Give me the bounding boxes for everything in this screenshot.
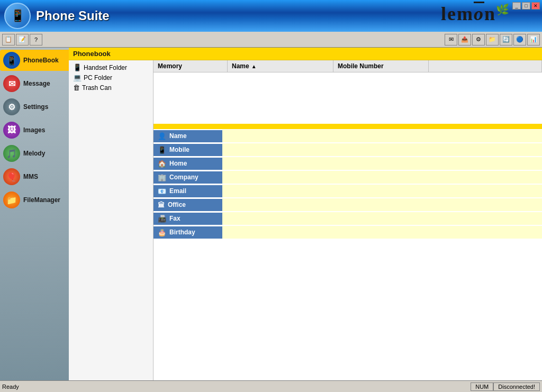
col-mobile: Mobile Number (333, 60, 429, 72)
tree-item-handset[interactable]: 📱 Handset Folder (71, 62, 151, 72)
birthday-label: Birthday (169, 229, 195, 236)
email-label: Email (169, 187, 186, 195)
trash-can-icon: 🗑 (73, 84, 80, 92)
sidebar-item-melody[interactable]: 🎵 Melody (0, 143, 69, 164)
settings-icon: ⚙ (3, 98, 20, 115)
filemanager-icon: 📁 (3, 192, 20, 208)
content-area: Phonebook 📱 Handset Folder 💻 PC Folder 🗑… (69, 48, 542, 380)
toolbar-mail-button[interactable]: ✉ (445, 34, 457, 45)
mms-icon: 🎈 (3, 168, 20, 185)
sidebar-item-images[interactable]: 🖼 Images (0, 120, 69, 141)
sidebar-item-message[interactable]: ✉ Message (0, 73, 69, 94)
melody-icon: 🎵 (3, 145, 20, 162)
table-header: Memory Name ▲ Mobile Number (153, 60, 542, 72)
name-detail-icon: 👤 (158, 132, 166, 140)
sidebar: 📱 PhoneBook ✉ Message ⚙ Settings 🖼 Image… (0, 48, 69, 380)
name-label: Name (169, 132, 187, 140)
toolbar-right: ✉ 📤 ⚙ 📁 🔄 🔵 📊 (445, 34, 540, 45)
toolbar-help-button[interactable]: ? (30, 34, 42, 45)
toolbar-sync-button[interactable]: 🔄 (500, 34, 512, 45)
toolbar-send-button[interactable]: 📤 (458, 34, 471, 45)
app-icon: 📱 (4, 3, 31, 29)
detail-value-email[interactable] (222, 185, 542, 197)
toolbar-copy-button[interactable]: 📋 (2, 34, 15, 45)
sidebar-item-filemanager[interactable]: 📁 FileManager (0, 189, 69, 211)
sidebar-item-phonebook[interactable]: 📱 PhoneBook (0, 50, 69, 71)
sidebar-item-mms[interactable]: 🎈 MMS (0, 166, 69, 187)
toolbar: 📋 📝 ? ✉ 📤 ⚙ 📁 🔄 🔵 📊 (0, 32, 542, 48)
memory-col-label: Memory (158, 62, 182, 70)
detail-value-home[interactable] (222, 157, 542, 170)
col-extra (429, 60, 542, 72)
birthday-detail-icon: 🎂 (158, 229, 166, 236)
company-label: Company (169, 174, 198, 181)
toolbar-settings-button[interactable]: ⚙ (472, 34, 485, 45)
window-controls[interactable]: _ □ ✕ (512, 2, 540, 10)
detail-label-birthday: 🎂 Birthday (153, 226, 222, 239)
detail-row-birthday: 🎂 Birthday (153, 226, 542, 239)
office-label: Office (168, 201, 186, 208)
pc-folder-icon: 💻 (73, 74, 82, 81)
mobile-label: Mobile (169, 146, 189, 153)
detail-label-company: 🏢 Company (153, 171, 222, 184)
detail-value-company[interactable] (222, 171, 542, 184)
detail-row-office: 🏛 Office (153, 198, 542, 211)
maximize-button[interactable]: □ (522, 2, 530, 10)
details-panel: 👤 Name 📱 Mobile 🏠 (153, 129, 542, 239)
detail-label-home: 🏠 Home (153, 158, 222, 170)
yellow-divider (153, 124, 542, 129)
toolbar-chart-button[interactable]: 📊 (527, 34, 540, 45)
name-col-label: Name (232, 62, 249, 70)
sidebar-item-settings[interactable]: ⚙ Settings (0, 96, 69, 117)
detail-value-fax[interactable] (222, 212, 542, 225)
detail-label-email: 📧 Email (153, 185, 222, 197)
app-logo: 📱 (4, 3, 31, 29)
top-table-area: Memory Name ▲ Mobile Number (153, 60, 542, 124)
tree-label-pc: PC Folder (84, 74, 112, 81)
sidebar-label-message: Message (23, 80, 50, 87)
phonebook-header: Phonebook (69, 48, 542, 60)
phonebook-icon: 📱 (3, 52, 20, 69)
detail-row-mobile: 📱 Mobile (153, 143, 542, 156)
office-detail-icon: 🏛 (158, 201, 165, 209)
mobile-col-label: Mobile Number (338, 62, 384, 70)
right-panel: Memory Name ▲ Mobile Number (153, 60, 542, 380)
status-disconnected: Disconnected! (493, 382, 540, 391)
tree-panel: 📱 Handset Folder 💻 PC Folder 🗑 Trash Can (69, 60, 153, 380)
toolbar-edit-button[interactable]: 📝 (16, 34, 29, 45)
title-bar: 📱 Phone Suite lemon🌿 _ □ ✕ (0, 0, 542, 32)
toolbar-folder-button[interactable]: 📁 (486, 34, 499, 45)
detail-value-mobile[interactable] (222, 143, 542, 156)
content-panels: 📱 Handset Folder 💻 PC Folder 🗑 Trash Can (69, 60, 542, 380)
tree-item-pc[interactable]: 💻 PC Folder (71, 72, 151, 83)
status-num: NUM (471, 382, 493, 391)
images-icon: 🖼 (3, 122, 20, 139)
fax-label: Fax (169, 215, 180, 222)
message-icon: ✉ (3, 75, 20, 92)
close-button[interactable]: ✕ (531, 2, 540, 10)
toolbar-network-button[interactable]: 🔵 (513, 34, 526, 45)
detail-row-fax: 📠 Fax (153, 212, 542, 225)
detail-value-office[interactable] (222, 198, 542, 211)
tree-label-trash: Trash Can (82, 84, 112, 92)
tree-label-handset: Handset Folder (84, 64, 127, 71)
col-memory: Memory (153, 60, 228, 72)
company-detail-icon: 🏢 (158, 174, 166, 181)
fax-detail-icon: 📠 (158, 215, 166, 223)
mobile-detail-icon: 📱 (158, 146, 166, 154)
minimize-button[interactable]: _ (512, 2, 521, 10)
detail-value-name[interactable] (222, 130, 542, 142)
detail-value-birthday[interactable] (222, 226, 542, 239)
app-title: Phone Suite (36, 8, 110, 23)
home-label: Home (169, 160, 187, 167)
sidebar-label-mms: MMS (23, 173, 38, 180)
detail-label-fax: 📠 Fax (153, 213, 222, 225)
col-name[interactable]: Name ▲ (228, 60, 333, 72)
home-detail-icon: 🏠 (158, 160, 166, 168)
detail-row-home: 🏠 Home (153, 157, 542, 170)
detail-row-name: 👤 Name (153, 130, 542, 142)
email-detail-icon: 📧 (158, 187, 166, 195)
sidebar-label-melody: Melody (23, 150, 45, 157)
tree-item-trash[interactable]: 🗑 Trash Can (71, 83, 151, 93)
phonebook-title: Phonebook (73, 50, 111, 58)
